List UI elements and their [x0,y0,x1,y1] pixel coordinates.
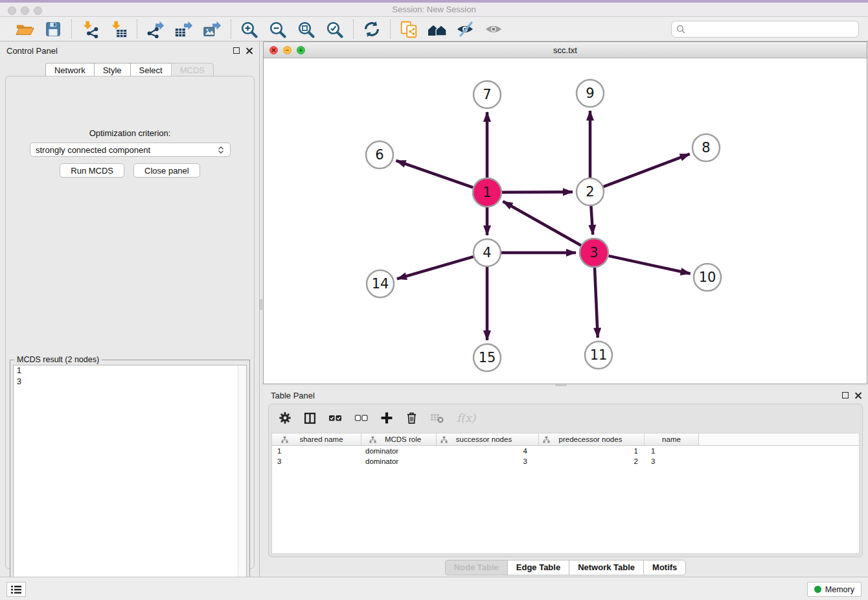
table-toolbar: f(x) [269,404,862,432]
table-row[interactable]: 3 dominator 3 2 3 [272,456,859,467]
delete-table-button[interactable] [430,410,444,426]
table-row[interactable]: 1 dominator 4 1 1 [272,446,859,456]
node-table: shared name MCDS role successor nodes pr… [271,433,860,554]
column-header-successor-nodes[interactable]: successor nodes [437,433,539,445]
graph-node-15[interactable] [474,344,501,371]
graph-edge-1-6[interactable] [396,161,473,188]
graph-node-7[interactable] [474,81,501,108]
search-icon [676,25,685,34]
refresh-button[interactable] [361,19,383,40]
graph-node-6[interactable] [366,141,393,168]
cell-shared-name[interactable]: 1 [272,446,361,456]
mcds-result-item[interactable]: 3 [14,376,246,387]
graph-edge-3-1[interactable] [503,202,581,246]
export-table-button[interactable] [173,19,195,40]
float-table-panel-icon[interactable] [842,392,849,398]
cell-predecessor-nodes[interactable]: 2 [539,456,645,467]
run-mcds-button[interactable]: Run MCDS [60,163,124,178]
close-panel-button[interactable]: Close panel [133,163,200,178]
network-canvas[interactable]: 7968124314101511 [264,58,867,384]
tab-network-table[interactable]: Network Table [569,560,643,575]
import-network-button[interactable] [79,19,101,40]
vertical-splitter-handle[interactable] [260,299,262,310]
cell-shared-name[interactable]: 3 [272,456,361,467]
function-builder-button[interactable]: f(x) [457,411,475,424]
column-label: successor nodes [448,435,527,443]
gear-icon [279,411,291,424]
zoom-fit-icon [297,20,316,38]
zoom-fit-button[interactable] [295,19,317,40]
graph-node-10[interactable] [694,264,721,291]
window-top-accent [0,0,868,3]
graph-node-1[interactable] [473,178,501,207]
tab-edge-table[interactable]: Edge Table [507,560,569,575]
cell-name[interactable]: 1 [645,446,699,456]
column-header-shared-name[interactable]: shared name [272,433,361,445]
cell-mcds-role[interactable]: dominator [361,446,437,456]
column-visibility-button[interactable] [304,410,316,426]
save-session-button[interactable] [42,19,64,40]
hide-selected-button[interactable] [455,19,477,40]
clone-network-icon [399,20,418,38]
refresh-icon [362,20,382,38]
mcds-result-list[interactable]: 1 3 [13,365,247,599]
cell-mcds-role[interactable]: dominator [361,456,437,467]
graph-edge-2-3[interactable] [591,206,593,235]
control-panel-title: Control Panel [6,46,58,56]
export-network-button[interactable] [144,19,166,40]
open-session-button[interactable] [14,19,36,40]
first-neighbors-button[interactable] [426,19,448,40]
mcds-result-item[interactable]: 1 [14,365,246,376]
column-header-name[interactable]: name [645,433,699,445]
column-header-mcds-role[interactable]: MCDS role [361,433,437,445]
graph-node-11[interactable] [585,341,612,369]
show-eye-icon [484,20,505,38]
window-titlebar: Session: New Session [0,0,868,17]
tab-node-table[interactable]: Node Table [445,560,507,575]
import-table-button[interactable] [108,19,130,40]
graph-node-9[interactable] [577,80,604,107]
result-scrollbar-track[interactable] [238,365,246,598]
delete-column-button[interactable] [405,410,418,426]
cell-successor-nodes[interactable]: 4 [437,446,539,456]
network-window-titlebar[interactable]: ✕ − + scc.txt [264,42,867,58]
graph-edge-2-8[interactable] [604,154,690,187]
search-input[interactable] [689,24,854,34]
show-all-button[interactable] [483,19,505,40]
table-options-button[interactable] [279,410,291,426]
export-image-button[interactable] [201,19,223,40]
delete-table-icon [430,412,444,424]
graph-edge-1-2[interactable] [502,192,573,192]
memory-button[interactable]: Memory [807,582,862,597]
clone-network-button[interactable] [398,19,420,40]
close-table-panel-icon[interactable] [854,392,862,399]
graph-node-2[interactable] [577,178,604,205]
zoom-out-button[interactable] [267,19,289,40]
table-tabs: Node Table Edge Table Network Table Moti… [263,560,868,575]
cell-name[interactable]: 3 [645,456,699,467]
cell-successor-nodes[interactable]: 3 [437,456,539,467]
create-column-button[interactable] [380,410,393,426]
zoom-selected-button[interactable] [324,19,346,40]
task-history-button[interactable] [6,582,26,597]
graph-node-4[interactable] [474,239,501,266]
table-panel-content: f(x) shared name MCDS role successor nod… [268,404,863,557]
search-field[interactable] [671,21,859,38]
unselect-all-button[interactable] [354,410,368,426]
graph-node-14[interactable] [367,270,394,297]
graph-edge-3-11[interactable] [595,268,598,338]
optimization-criterion-dropdown[interactable]: strongly connected component [30,143,231,157]
tab-motifs[interactable]: Motifs [643,560,686,575]
close-panel-icon[interactable] [246,47,253,54]
graph-node-3[interactable] [580,238,608,267]
zoom-selected-icon [325,20,345,38]
graph-node-8[interactable] [692,134,720,161]
float-panel-icon[interactable] [233,47,240,54]
graph-edge-4-14[interactable] [397,257,474,279]
graph-edge-3-10[interactable] [608,256,690,273]
cell-predecessor-nodes[interactable]: 1 [539,446,645,456]
column-header-predecessor-nodes[interactable]: predecessor nodes [539,433,645,445]
tree-hierarchy-icon [281,436,288,443]
select-all-button[interactable] [328,410,342,426]
zoom-in-button[interactable] [238,19,260,40]
